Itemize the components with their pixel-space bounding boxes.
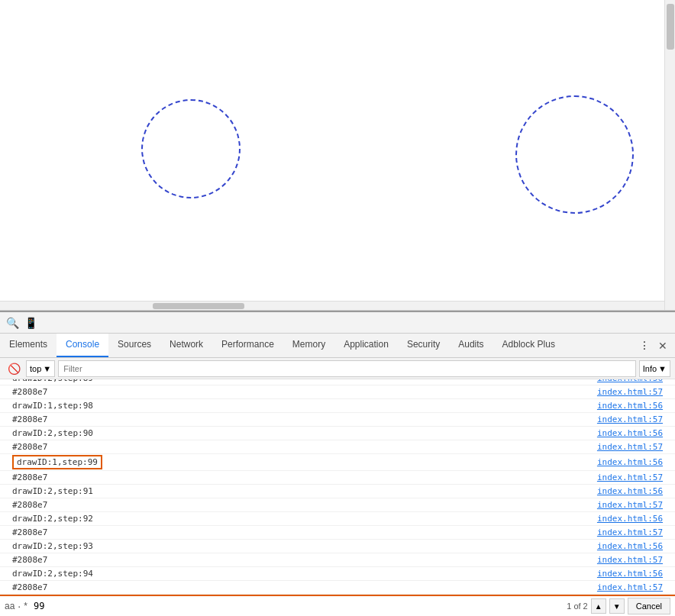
tabs-end-icons: ︙ ✕ xyxy=(635,337,675,355)
filter-input[interactable] xyxy=(58,360,636,377)
level-dropdown-arrow: ▼ xyxy=(658,364,667,373)
pagination-text: 1 of 2 xyxy=(567,601,588,611)
log-message: drawID:2,step:89 xyxy=(0,379,597,383)
log-message: #2808e7 xyxy=(0,555,597,565)
tab-audits[interactable]: Audits xyxy=(449,334,493,358)
log-link[interactable]: index.html:56 xyxy=(597,514,675,524)
next-match-button[interactable]: ▼ xyxy=(609,598,625,614)
log-message: drawID:2,step:92 xyxy=(0,514,597,524)
log-link[interactable]: index.html:57 xyxy=(597,582,675,592)
clear-console-icon[interactable]: 🚫 xyxy=(5,360,23,378)
context-dropdown-arrow: ▼ xyxy=(43,364,51,373)
table-row: #2808e7index.html:57 xyxy=(0,553,675,567)
hscrollbar-thumb[interactable] xyxy=(153,303,244,309)
table-row: drawID:2,step:93index.html:56 xyxy=(0,540,675,553)
table-row: #2808e7index.html:57 xyxy=(0,471,675,485)
inspect-icon[interactable]: 🔍 xyxy=(3,314,21,332)
cancel-button[interactable]: Cancel xyxy=(628,598,670,614)
search-input-bottom[interactable] xyxy=(31,598,564,614)
table-row: #2808e7index.html:57 xyxy=(0,440,675,454)
log-message: drawID:1,step:99 xyxy=(0,455,597,469)
devtools-topbar: 🔍 📱 xyxy=(0,312,675,334)
circle-1 xyxy=(141,99,241,198)
console-toolbar: 🚫 top ▼ Info ▼ xyxy=(0,358,675,379)
log-message: #2808e7 xyxy=(0,582,597,592)
regex-icon: aa xyxy=(5,601,15,611)
log-link[interactable]: index.html:57 xyxy=(597,555,675,565)
context-select[interactable]: top ▼ xyxy=(26,360,55,377)
browser-viewport xyxy=(0,0,675,311)
dot-icon: · xyxy=(18,600,21,612)
log-message: #2808e7 xyxy=(0,527,597,537)
tab-network[interactable]: Network xyxy=(160,334,212,358)
log-message: drawID:1,step:98 xyxy=(0,401,597,411)
log-link[interactable]: index.html:57 xyxy=(597,472,675,482)
scrollbar-thumb[interactable] xyxy=(667,4,674,50)
log-link[interactable]: index.html:56 xyxy=(597,428,675,438)
log-message: drawID:2,step:91 xyxy=(0,486,597,496)
more-tabs-icon[interactable]: ︙ xyxy=(635,337,654,355)
log-message: drawID:2,step:93 xyxy=(0,541,597,551)
viewport-scrollbar[interactable] xyxy=(664,0,675,310)
circle-2 xyxy=(515,95,634,214)
table-row: #2808e7index.html:57 xyxy=(0,498,675,512)
tab-application[interactable]: Application xyxy=(334,334,398,358)
devtools-tabs: Elements Console Sources Network Perform… xyxy=(0,334,675,358)
table-row: drawID:2,step:94index.html:56 xyxy=(0,567,675,581)
tab-security[interactable]: Security xyxy=(398,334,449,358)
tab-memory[interactable]: Memory xyxy=(283,334,334,358)
table-row: #2808e7index.html:57 xyxy=(0,526,675,540)
log-message: #2808e7 xyxy=(0,500,597,510)
log-message: #2808e7 xyxy=(0,472,597,482)
tab-performance[interactable]: Performance xyxy=(212,334,283,358)
star-icon: * xyxy=(24,601,27,611)
log-link[interactable]: index.html:56 xyxy=(597,569,675,579)
devtools-panel: 🔍 📱 Elements Console Sources Network Per… xyxy=(0,311,675,616)
viewport-hscrollbar[interactable] xyxy=(0,301,664,310)
log-message: drawID:2,step:94 xyxy=(0,569,597,579)
log-link[interactable]: index.html:56 xyxy=(597,486,675,496)
log-link[interactable]: index.html:56 xyxy=(597,541,675,551)
log-link[interactable]: index.html:57 xyxy=(597,527,675,537)
log-link[interactable]: index.html:57 xyxy=(597,442,675,452)
log-link[interactable]: index.html:57 xyxy=(597,500,675,510)
table-row: drawID:2,step:89index.html:56 xyxy=(0,379,675,385)
log-link[interactable]: index.html:57 xyxy=(597,387,675,397)
device-icon[interactable]: 📱 xyxy=(21,314,40,332)
tab-console[interactable]: Console xyxy=(57,334,108,358)
log-message: #2808e7 xyxy=(0,442,597,452)
log-message: #2808e7 xyxy=(0,387,597,397)
log-link[interactable]: index.html:56 xyxy=(597,379,675,383)
tab-elements[interactable]: Elements xyxy=(0,334,57,358)
table-row: drawID:1,step:98index.html:56 xyxy=(0,399,675,413)
bottom-icons: aa · * xyxy=(5,600,27,612)
prev-match-button[interactable]: ▲ xyxy=(591,598,606,614)
log-link[interactable]: index.html:56 xyxy=(597,457,675,467)
table-row: #2808e7index.html:57 xyxy=(0,413,675,427)
console-bottom-bar: aa · * 1 of 2 ▲ ▼ Cancel xyxy=(0,595,675,616)
highlighted-message: drawID:1,step:99 xyxy=(12,455,102,469)
table-row: #2808e7index.html:57 xyxy=(0,581,675,595)
table-row: drawID:1,step:99index.html:56 xyxy=(0,454,675,471)
table-row: drawID:2,step:90index.html:56 xyxy=(0,427,675,440)
log-message: #2808e7 xyxy=(0,414,597,424)
console-log: #2808e7index.html:57drawID:2,step:89inde… xyxy=(0,379,675,595)
tab-sources[interactable]: Sources xyxy=(108,334,160,358)
table-row: drawID:2,step:92index.html:56 xyxy=(0,512,675,526)
log-message: drawID:2,step:90 xyxy=(0,428,597,438)
close-devtools-icon[interactable]: ✕ xyxy=(654,337,672,355)
tab-adblock-plus[interactable]: Adblock Plus xyxy=(493,334,564,358)
table-row: drawID:2,step:91index.html:56 xyxy=(0,485,675,498)
log-link[interactable]: index.html:56 xyxy=(597,401,675,411)
log-link[interactable]: index.html:57 xyxy=(597,414,675,424)
log-level-select[interactable]: Info ▼ xyxy=(639,360,670,377)
table-row: #2808e7index.html:57 xyxy=(0,385,675,399)
